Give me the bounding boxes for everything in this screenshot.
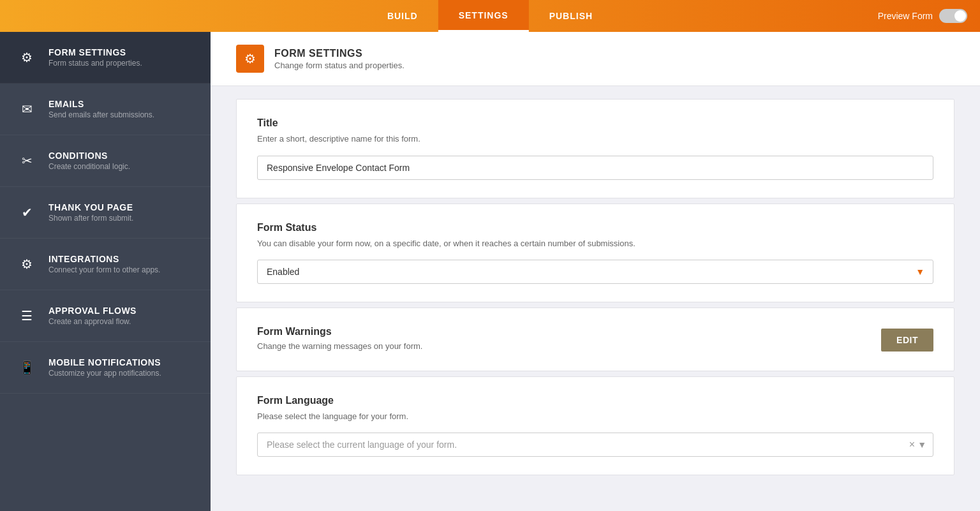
content-header: ⚙ FORM SETTINGS Change form status and p… xyxy=(211,32,980,86)
form-sections: Title Enter a short, descriptive name fo… xyxy=(211,86,980,493)
form-warnings-desc: Change the warning messages on your form… xyxy=(257,340,422,353)
title-section-desc: Enter a short, descriptive name for this… xyxy=(257,133,933,145)
title-section: Title Enter a short, descriptive name fo… xyxy=(236,99,954,198)
sidebar-item-thank-you-title: THANK YOU PAGE xyxy=(48,202,133,212)
preview-form-toggle[interactable] xyxy=(939,9,967,23)
chevron-down-icon[interactable]: ▼ xyxy=(917,440,926,450)
form-status-select[interactable]: Enabled Disabled xyxy=(257,260,933,284)
sidebar-item-thank-you[interactable]: ✔ THANK YOU PAGE Shown after form submit… xyxy=(0,187,211,239)
form-status-select-wrapper: Enabled Disabled ▼ xyxy=(257,260,933,284)
form-title-input[interactable] xyxy=(257,156,933,180)
mobile-icon: 📱 xyxy=(15,356,38,379)
sidebar: ⚙ FORM SETTINGS Form status and properti… xyxy=(0,32,211,511)
sidebar-item-conditions[interactable]: ✂ CONDITIONS Create conditional logic. xyxy=(0,135,211,187)
form-status-section: Form Status You can disable your form no… xyxy=(236,204,954,303)
tab-settings[interactable]: SETTINGS xyxy=(438,0,529,32)
form-language-select-wrapper[interactable]: Please select the current language of yo… xyxy=(257,433,933,457)
form-warnings-section: Form Warnings Change the warning message… xyxy=(236,307,954,371)
content-header-subtitle: Change form status and properties. xyxy=(274,61,405,70)
sidebar-item-approval-flows[interactable]: ☰ APPROVAL FLOWS Create an approval flow… xyxy=(0,290,211,342)
title-section-heading: Title xyxy=(257,117,933,129)
clear-icon[interactable]: × xyxy=(909,439,915,450)
content-area: ⚙ FORM SETTINGS Change form status and p… xyxy=(211,32,980,511)
checkmark-icon: ✔ xyxy=(15,201,38,224)
content-header-icon: ⚙ xyxy=(236,45,264,73)
form-language-desc: Please select the language for your form… xyxy=(257,410,933,423)
preview-form-toggle-group: Preview Form xyxy=(878,9,967,23)
sidebar-item-mobile-notifications-subtitle: Customize your app notifications. xyxy=(48,369,161,378)
sidebar-item-integrations-title: INTEGRATIONS xyxy=(48,254,160,264)
scissors-icon: ✂ xyxy=(15,149,38,172)
sidebar-item-approval-flows-title: APPROVAL FLOWS xyxy=(48,306,137,316)
form-warnings-row: Form Warnings Change the warning message… xyxy=(257,326,933,353)
tab-build[interactable]: BUILD xyxy=(367,0,438,32)
sidebar-item-form-settings-subtitle: Form status and properties. xyxy=(48,59,142,68)
sidebar-item-integrations[interactable]: ⚙ INTEGRATIONS Connect your form to othe… xyxy=(0,239,211,290)
content-header-title: FORM SETTINGS xyxy=(274,48,405,59)
sidebar-item-emails[interactable]: ✉ EMAILS Send emails after submissions. xyxy=(0,84,211,135)
email-icon: ✉ xyxy=(15,98,38,121)
sidebar-item-approval-flows-subtitle: Create an approval flow. xyxy=(48,317,137,326)
preview-form-label: Preview Form xyxy=(878,11,933,21)
sidebar-item-conditions-title: CONDITIONS xyxy=(48,151,130,161)
edit-warnings-button[interactable]: EDIT xyxy=(881,329,933,352)
sidebar-item-mobile-notifications-title: MOBILE NOTIFICATIONS xyxy=(48,357,161,367)
sidebar-item-form-settings[interactable]: ⚙ FORM SETTINGS Form status and properti… xyxy=(0,32,211,84)
sidebar-item-conditions-subtitle: Create conditional logic. xyxy=(48,162,130,171)
nav-tabs: BUILD SETTINGS PUBLISH xyxy=(367,0,613,32)
form-language-heading: Form Language xyxy=(257,395,933,406)
sidebar-item-integrations-subtitle: Connect your form to other apps. xyxy=(48,265,160,274)
approval-icon: ☰ xyxy=(15,304,38,327)
sidebar-item-form-settings-title: FORM SETTINGS xyxy=(48,47,142,57)
form-status-desc: You can disable your form now, on a spec… xyxy=(257,237,933,250)
form-language-placeholder: Please select the current language of yo… xyxy=(258,433,909,456)
tab-publish[interactable]: PUBLISH xyxy=(529,0,613,32)
form-warnings-heading: Form Warnings xyxy=(257,326,422,337)
sidebar-item-emails-subtitle: Send emails after submissions. xyxy=(48,110,154,119)
top-nav: BUILD SETTINGS PUBLISH Preview Form xyxy=(0,0,980,32)
form-language-section: Form Language Please select the language… xyxy=(236,376,954,476)
puzzle-icon: ⚙ xyxy=(15,253,38,276)
sidebar-item-mobile-notifications[interactable]: 📱 MOBILE NOTIFICATIONS Customize your ap… xyxy=(0,342,211,394)
form-status-heading: Form Status xyxy=(257,222,933,233)
main-layout: ⚙ FORM SETTINGS Form status and properti… xyxy=(0,32,980,511)
sidebar-item-emails-title: EMAILS xyxy=(48,99,154,109)
sidebar-item-thank-you-subtitle: Shown after form submit. xyxy=(48,214,133,223)
gear-icon: ⚙ xyxy=(15,46,38,69)
